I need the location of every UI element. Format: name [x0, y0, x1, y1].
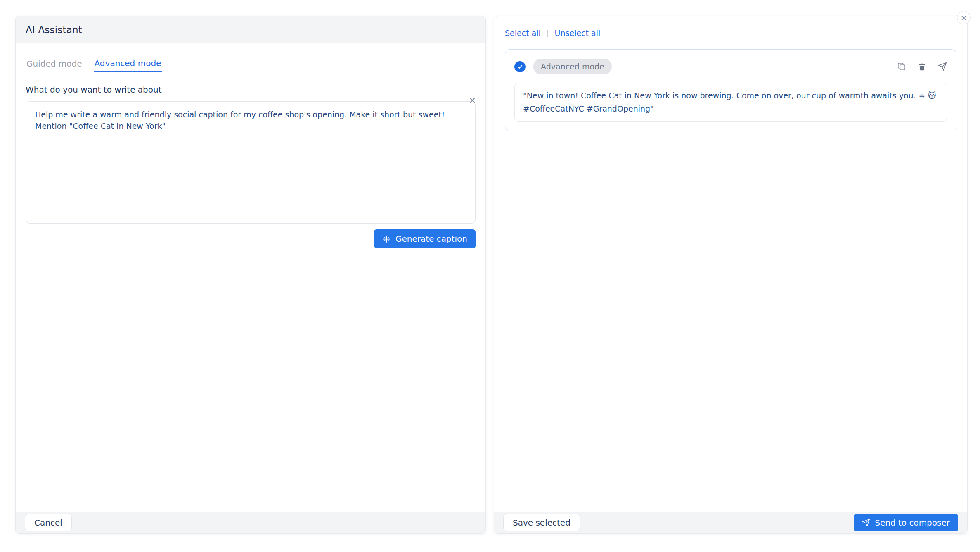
prompt-section: Guided mode Advanced mode What do you wa…: [16, 58, 485, 248]
tab-guided-mode[interactable]: Guided mode: [26, 58, 83, 72]
prompt-label: What do you want to write about: [26, 85, 476, 95]
result-card-actions: [897, 62, 947, 71]
cancel-button[interactable]: Cancel: [25, 514, 72, 531]
left-panel-footer: Cancel: [16, 512, 485, 533]
mode-tabs: Guided mode Advanced mode: [26, 58, 476, 72]
generated-results-panel: × Select all | Unselect all Advanced mod…: [494, 16, 968, 534]
selected-checkbox[interactable]: [514, 61, 526, 72]
close-button[interactable]: ×: [957, 11, 971, 24]
send-caption-button[interactable]: [938, 62, 947, 71]
cancel-button-label: Cancel: [34, 518, 62, 528]
paper-plane-icon: [938, 62, 947, 71]
caption-result-card: Advanced mode: [505, 49, 956, 131]
generate-row: Generate caption: [26, 229, 476, 248]
close-icon: ×: [469, 95, 476, 105]
copy-icon: [897, 62, 906, 71]
copy-button[interactable]: [897, 62, 906, 71]
links-divider: |: [547, 29, 549, 37]
page-title: AI Assistant: [26, 24, 82, 35]
result-card-header: Advanced mode: [514, 59, 947, 74]
send-to-composer-button[interactable]: Send to composer: [854, 514, 958, 531]
unselect-all-link[interactable]: Unselect all: [555, 29, 601, 38]
generate-caption-label: Generate caption: [395, 234, 467, 244]
check-icon: [517, 64, 523, 70]
selection-links: Select all | Unselect all: [505, 29, 956, 38]
trash-icon: [918, 62, 926, 71]
caption-text: "New in town! Coffee Cat in New York is …: [514, 83, 947, 122]
prompt-input-wrapper: × Help me write a warm and friendly soci…: [26, 101, 476, 224]
save-selected-button[interactable]: Save selected: [503, 514, 580, 531]
generate-caption-button[interactable]: Generate caption: [374, 229, 476, 248]
tab-advanced-mode[interactable]: Advanced mode: [94, 58, 162, 72]
right-panel-footer: Save selected Send to composer: [494, 512, 967, 533]
panel-header: AI Assistant: [16, 16, 485, 43]
select-all-link[interactable]: Select all: [505, 29, 541, 38]
send-to-composer-label: Send to composer: [875, 518, 950, 528]
prompt-input[interactable]: Help me write a warm and friendly social…: [26, 101, 476, 224]
save-selected-label: Save selected: [513, 518, 570, 528]
ai-assistant-overlay: AI Assistant Guided mode Advanced mode W…: [0, 0, 980, 552]
mode-badge: Advanced mode: [533, 59, 612, 74]
paper-plane-icon: [862, 519, 870, 527]
delete-button[interactable]: [918, 62, 926, 71]
clear-prompt-button[interactable]: ×: [469, 95, 476, 105]
close-icon: ×: [961, 14, 967, 21]
ai-assistant-panel: AI Assistant Guided mode Advanced mode W…: [15, 16, 486, 534]
sparkle-icon: [382, 235, 391, 243]
results-section: Select all | Unselect all Advanced mode: [494, 16, 967, 131]
